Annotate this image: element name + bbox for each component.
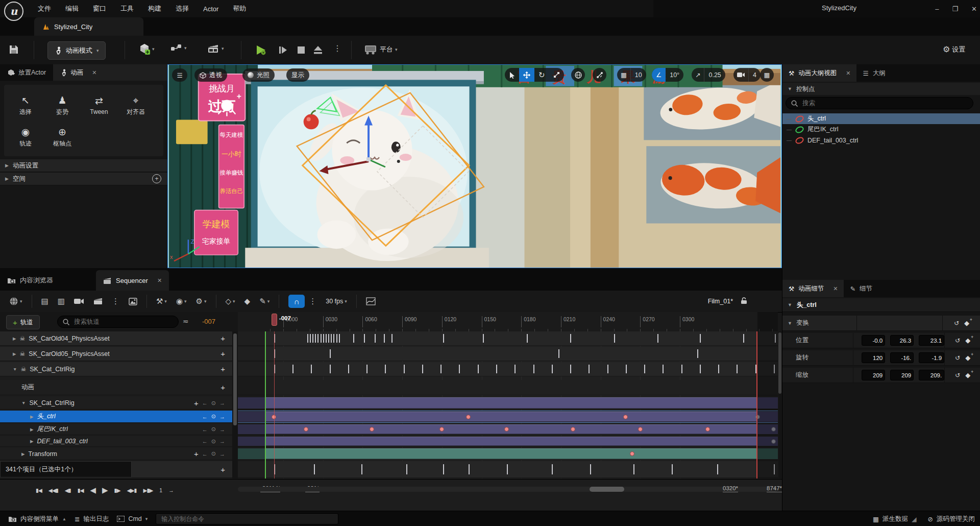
tool-轨迹[interactable]: ◉轨迹 bbox=[7, 122, 44, 153]
add-keyframe-icon[interactable]: ◆+ bbox=[965, 371, 970, 379]
platforms-dropdown[interactable]: 平台 ▾ bbox=[364, 44, 398, 55]
expand-arrow-icon[interactable]: ▶ bbox=[30, 439, 34, 444]
prev-key-icon[interactable]: ← bbox=[202, 438, 208, 444]
range-end-field[interactable]: 8747* bbox=[767, 485, 782, 492]
add-section-icon[interactable]: + bbox=[220, 465, 225, 474]
track-row-Transform[interactable]: ▶Transform+←⊙→ bbox=[0, 448, 232, 460]
menu-item-6[interactable]: Actor bbox=[196, 5, 226, 13]
tab-anim-outliner[interactable]: ⚒ 动画大纲视图 ✕ bbox=[782, 64, 856, 82]
maximize-viewport-icon[interactable]: ▦ bbox=[760, 68, 774, 82]
transport-button-2[interactable]: ◀▮ bbox=[65, 487, 71, 493]
derived-data-button[interactable]: ▦ 派生数据 ◢ bbox=[873, 515, 916, 523]
timeline-scroll-thumb[interactable] bbox=[590, 487, 624, 492]
reset-icon[interactable]: ↺ bbox=[955, 372, 960, 379]
tab-outliner[interactable]: ☰ 大纲 bbox=[856, 64, 891, 82]
view-end-field[interactable]: 0320* bbox=[723, 485, 738, 492]
rotation-z-field[interactable]: -1.9 bbox=[919, 352, 944, 363]
outliner-item-DEF_tail_003_ctrl[interactable]: —DEF_tail_003_ctrl bbox=[782, 135, 980, 146]
reset-icon[interactable]: ↺ bbox=[954, 320, 959, 327]
controls-section-header[interactable]: ▼ 控制点 bbox=[782, 83, 980, 95]
prev-key-icon[interactable]: ← bbox=[202, 426, 208, 433]
transport-button-1[interactable]: ◀◀▮ bbox=[48, 487, 58, 493]
add-track-button[interactable]: +轨道 bbox=[6, 315, 40, 329]
menu-item-0[interactable]: 文件 bbox=[31, 4, 58, 13]
transport-button-10[interactable]: → bbox=[168, 487, 174, 493]
track-row-SK_Cat_CtrlRig[interactable]: ▼SK_Cat_CtrlRig+←⊙→ bbox=[0, 397, 232, 410]
add-space-icon[interactable]: + bbox=[152, 174, 161, 183]
transport-button-6[interactable]: ▮▶ bbox=[114, 487, 120, 493]
transport-button-0[interactable]: ▮◀ bbox=[36, 487, 42, 493]
keyframe-dot[interactable] bbox=[304, 427, 308, 432]
create-camera-icon[interactable] bbox=[74, 298, 84, 305]
reset-icon[interactable]: ↺ bbox=[955, 337, 960, 344]
scale-tool[interactable] bbox=[549, 68, 564, 82]
keyframe-dot[interactable] bbox=[571, 427, 575, 432]
key-dot-icon[interactable]: ⊙ bbox=[211, 413, 216, 420]
lane-SK_Cat_CtrlRig[interactable] bbox=[238, 397, 778, 410]
cinematics-dropdown[interactable]: ▾ bbox=[207, 43, 224, 54]
transport-button-5[interactable]: ▶ bbox=[102, 486, 108, 495]
timeline-lanes[interactable] bbox=[238, 331, 778, 479]
tab-animation-mode[interactable]: 动画 ✕ bbox=[53, 64, 167, 81]
frame-skip-button[interactable] bbox=[278, 45, 288, 55]
menu-item-3[interactable]: 工具 bbox=[113, 4, 141, 13]
track-row-动画[interactable]: 动画+ bbox=[0, 380, 232, 395]
scale-z-field[interactable]: 209. bbox=[919, 370, 944, 380]
add-section-icon[interactable]: + bbox=[220, 365, 225, 373]
menu-item-5[interactable]: 选择 bbox=[168, 4, 196, 13]
stop-button[interactable] bbox=[297, 45, 306, 55]
view-options-dropdown[interactable]: ◉▾ bbox=[176, 297, 187, 306]
next-key-icon[interactable]: → bbox=[219, 451, 225, 457]
close-icon[interactable]: ✕ bbox=[157, 277, 162, 284]
unreal-logo-icon[interactable]: u bbox=[4, 2, 23, 21]
lane-extra[interactable] bbox=[238, 461, 778, 478]
track-row-头_ctrl[interactable]: ▶头_ctrl←⊙→ bbox=[0, 411, 232, 423]
outliner-search-input[interactable] bbox=[801, 99, 953, 107]
settings-dropdown[interactable]: ⚙ 设置 bbox=[943, 44, 965, 54]
section-space[interactable]: ▶ 空间 + bbox=[0, 173, 167, 185]
location-y-field[interactable]: 26.3 bbox=[890, 335, 914, 346]
key-dot-icon[interactable]: ⊙ bbox=[211, 426, 216, 433]
rotation-y-field[interactable]: -16. bbox=[890, 352, 914, 363]
tool-选择[interactable]: ↖选择 bbox=[7, 90, 44, 122]
tool-Tween[interactable]: ⇄Tween bbox=[81, 90, 117, 122]
world-local-toggle[interactable] bbox=[571, 68, 585, 82]
console-input[interactable] bbox=[160, 515, 331, 523]
tab-details[interactable]: ✎ 细节 bbox=[844, 280, 878, 297]
outliner-item-头_ctrl[interactable]: —头_ctrl bbox=[782, 113, 980, 124]
viewport[interactable]: 富 贵 儿 果 游 挑战月 过万 每天建模 一小时 接单赚钱 bbox=[167, 64, 782, 268]
select-tool[interactable] bbox=[505, 68, 519, 82]
expand-arrow-icon[interactable]: ▶ bbox=[13, 351, 16, 356]
lane-动画[interactable] bbox=[238, 380, 778, 395]
lane-SK_Cat_CtrlRig[interactable] bbox=[238, 362, 778, 376]
expand-arrow-icon[interactable]: ▼ bbox=[13, 367, 17, 372]
transport-button-8[interactable]: ▶▮▶ bbox=[143, 487, 153, 493]
actions-dropdown[interactable]: ⚒▾ bbox=[156, 297, 167, 306]
tool-枢轴点[interactable]: ⊕枢轴点 bbox=[44, 122, 81, 153]
close-icon[interactable]: ✕ bbox=[846, 70, 850, 77]
expand-arrow-icon[interactable]: ▶ bbox=[30, 414, 34, 419]
next-key-icon[interactable]: → bbox=[219, 400, 225, 406]
browse-sequence-icon[interactable]: ▥ bbox=[58, 297, 65, 306]
location-z-field[interactable]: 23.1 bbox=[919, 335, 944, 346]
next-key-icon[interactable]: → bbox=[219, 438, 225, 444]
keyframe-dot[interactable] bbox=[466, 415, 471, 419]
lane-尾巴IK_ctrl[interactable] bbox=[238, 424, 778, 435]
more-options-icon[interactable]: ⋮ bbox=[112, 297, 119, 306]
lane-SK_CarOld05_PhysicsAsset[interactable] bbox=[238, 347, 778, 361]
blueprints-dropdown[interactable]: ▾ bbox=[170, 43, 187, 53]
sequence-name[interactable]: Film_01* bbox=[708, 298, 733, 305]
keyframe-dot[interactable] bbox=[623, 415, 628, 419]
transport-button-4[interactable]: ◀ bbox=[90, 486, 96, 495]
eject-button[interactable] bbox=[313, 45, 323, 55]
cmd-dropdown[interactable]: Cmd▾ bbox=[117, 515, 148, 522]
close-button[interactable]: ✕ bbox=[971, 5, 977, 13]
playback-options-dropdown[interactable]: ⚙▾ bbox=[196, 297, 207, 306]
menu-item-1[interactable]: 编辑 bbox=[58, 4, 86, 13]
lane-SK_CarOld04_PhysicsAsset[interactable] bbox=[238, 331, 778, 346]
track-row-SK_CarOld04_PhysicsAsset[interactable]: ▶☠SK_CarOld04_PhysicsAsset+ bbox=[0, 331, 232, 346]
tab-sequencer[interactable]: Sequencer ✕ bbox=[96, 270, 169, 291]
edit-mode-dropdown[interactable]: ✎▾ bbox=[259, 297, 270, 306]
keyframe-options-dropdown[interactable]: ◇▾ bbox=[226, 297, 235, 306]
scale-x-field[interactable]: 209 bbox=[862, 370, 885, 380]
